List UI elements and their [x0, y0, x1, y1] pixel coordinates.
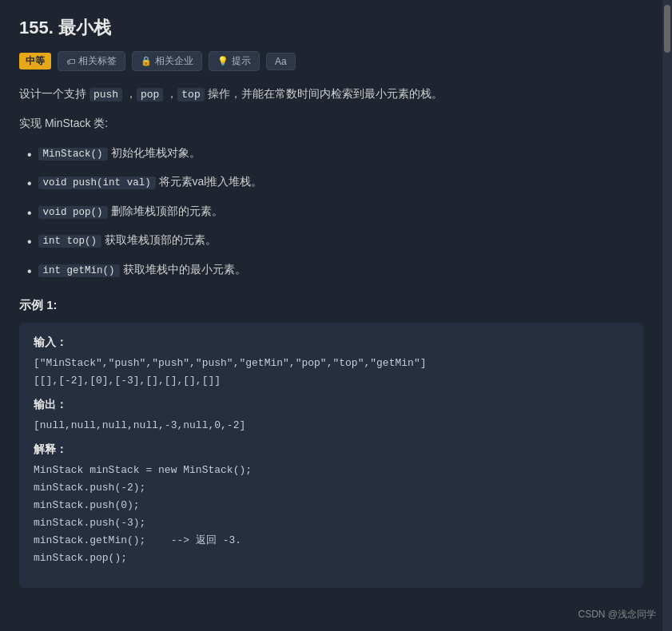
bullet-1: • — [27, 145, 32, 165]
method-item-3: • void pop() 删除堆栈顶部的元素。 — [27, 202, 643, 224]
explain-line-4: minStack.push(-3); — [34, 514, 629, 532]
lock-icon: 🔒 — [141, 56, 152, 66]
example-title: 示例 1: — [19, 298, 643, 313]
hint-label: 提示 — [232, 54, 251, 68]
method-4-desc: 获取堆栈顶部的元素。 — [105, 233, 217, 246]
input-label: 输入： — [34, 335, 629, 350]
font-size-label: Aa — [275, 56, 287, 67]
description-text: 设计一个支持 push ，pop ，top 操作，并能在常数时间内检索到最小元素… — [19, 84, 643, 104]
output-value: [null,null,null,null,-3,null,0,-2] — [34, 417, 629, 435]
problem-title-text: 最小栈 — [58, 18, 111, 38]
related-tags-button[interactable]: 🏷 相关标签 — [58, 51, 125, 71]
explain-line-5: minStack.getMin(); --> 返回 -3. — [34, 532, 629, 550]
method-4-code: int top() — [38, 235, 102, 248]
push-code: push — [89, 88, 122, 101]
difficulty-badge: 中等 — [19, 53, 51, 69]
method-3-content: void pop() 删除堆栈顶部的元素。 — [38, 202, 223, 220]
hint-icon: 💡 — [217, 56, 229, 66]
output-label: 输出： — [34, 398, 629, 412]
watermark: CSDN @浅念同学 — [578, 608, 656, 621]
method-2-code: void push(int val) — [38, 177, 156, 189]
example-box: 输入： ["MinStack","push","push","push","ge… — [19, 323, 643, 589]
explain-line-2: minStack.push(-2); — [34, 479, 629, 497]
method-3-code: void pop() — [38, 206, 108, 219]
method-1-code: MinStack() — [38, 148, 108, 161]
method-5-content: int getMin() 获取堆栈中的最小元素。 — [38, 260, 246, 279]
explain-line-1: MinStack minStack = new MinStack(); — [34, 462, 629, 479]
sub-description: 实现 MinStack 类: — [19, 113, 643, 133]
scrollbar-thumb[interactable] — [664, 5, 670, 53]
bullet-3: • — [27, 203, 32, 224]
problem-number: 155. — [19, 18, 54, 38]
method-1-content: MinStack() 初始化堆栈对象。 — [38, 144, 201, 162]
explain-value: MinStack minStack = new MinStack(); minS… — [34, 462, 629, 568]
content-area[interactable]: 155. 最小栈 中等 🏷 相关标签 🔒 相关企业 💡 提示 Aa — [0, 0, 662, 631]
pop-code: pop — [137, 88, 163, 101]
method-item-4: • int top() 获取堆栈顶部的元素。 — [27, 231, 643, 252]
method-5-code: int getMin() — [38, 264, 120, 277]
font-size-button[interactable]: Aa — [266, 53, 296, 70]
example-section: 示例 1: 输入： ["MinStack","push","push","pus… — [19, 298, 643, 589]
bullet-5: • — [27, 261, 32, 282]
tag-icon: 🏷 — [66, 57, 75, 66]
method-2-content: void push(int val) 将元素val推入堆栈。 — [38, 173, 263, 191]
input-line1: ["MinStack","push","push","push","getMin… — [34, 355, 629, 372]
tags-row: 中等 🏷 相关标签 🔒 相关企业 💡 提示 Aa — [19, 51, 643, 71]
bullet-2: • — [27, 173, 32, 194]
input-line2: [[],[-2],[0],[-3],[],[],[],[]] — [34, 372, 629, 390]
related-company-button[interactable]: 🔒 相关企业 — [132, 51, 202, 71]
method-4-content: int top() 获取堆栈顶部的元素。 — [38, 231, 217, 249]
page-container: 155. 最小栈 中等 🏷 相关标签 🔒 相关企业 💡 提示 Aa — [0, 0, 672, 631]
method-item-5: • int getMin() 获取堆栈中的最小元素。 — [27, 260, 643, 282]
method-item-2: • void push(int val) 将元素val推入堆栈。 — [27, 173, 643, 194]
explain-line-3: minStack.push(0); — [34, 497, 629, 514]
top-code: top — [177, 88, 204, 101]
problem-title: 155. 最小栈 — [19, 16, 643, 40]
hint-button[interactable]: 💡 提示 — [209, 51, 260, 71]
related-tags-label: 相关标签 — [78, 54, 117, 68]
method-list: • MinStack() 初始化堆栈对象。 • void push(int va… — [19, 144, 643, 282]
related-company-label: 相关企业 — [155, 54, 193, 68]
method-item-1: • MinStack() 初始化堆栈对象。 — [27, 144, 643, 165]
input-value: ["MinStack","push","push","push","getMin… — [34, 355, 629, 390]
scrollbar-track[interactable] — [662, 0, 672, 631]
method-3-desc: 删除堆栈顶部的元素。 — [111, 204, 223, 217]
method-1-desc: 初始化堆栈对象。 — [111, 146, 201, 159]
method-5-desc: 获取堆栈中的最小元素。 — [123, 263, 246, 276]
method-2-desc: 将元素val推入堆栈。 — [159, 175, 263, 188]
explain-line-6: minStack.pop(); — [34, 550, 629, 567]
explain-label: 解释： — [34, 442, 629, 457]
bullet-4: • — [27, 232, 32, 252]
